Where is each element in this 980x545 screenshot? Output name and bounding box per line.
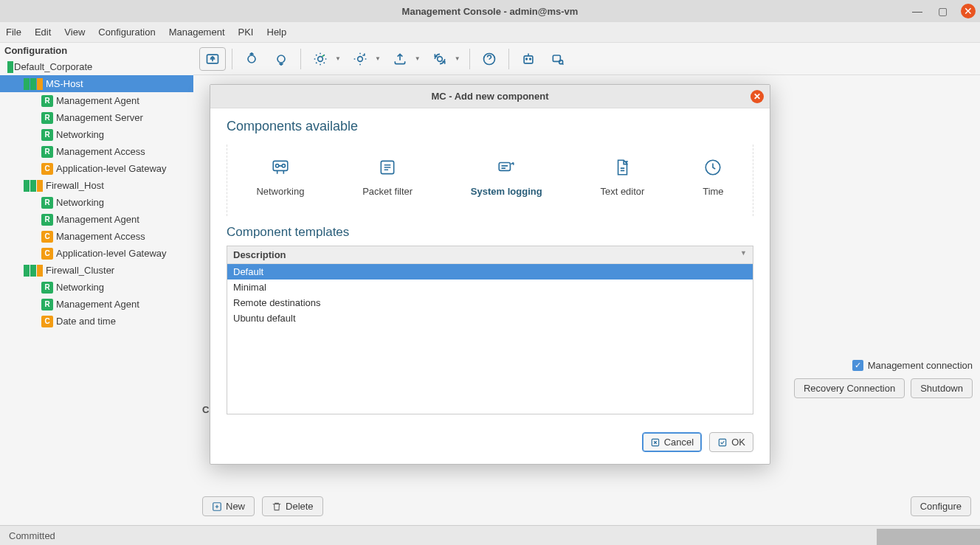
c-icon: C bbox=[41, 231, 53, 243]
component-label: Networking bbox=[256, 186, 304, 197]
host-ms-host[interactable]: MS-Host bbox=[0, 75, 193, 92]
template-remote[interactable]: Remote destinations bbox=[227, 295, 753, 310]
comp-date-time[interactable]: CDate and time bbox=[0, 313, 193, 330]
sidebar: Configuration Default_Corporate MS-Host … bbox=[0, 43, 193, 525]
comp-label: Management Access bbox=[56, 231, 145, 242]
separator bbox=[300, 49, 301, 69]
minimize-button[interactable]: — bbox=[911, 4, 924, 18]
packet-filter-icon bbox=[378, 158, 397, 177]
search-robot-button[interactable] bbox=[545, 47, 571, 71]
cancel-icon bbox=[650, 437, 660, 448]
dropdown-arrow-icon[interactable]: ▼ bbox=[375, 55, 381, 62]
management-connection-row[interactable]: ✓ Management connection bbox=[852, 360, 973, 371]
commit-button[interactable] bbox=[238, 47, 265, 71]
comp-app-gateway-fw[interactable]: CApplication-level Gateway bbox=[0, 245, 193, 262]
delete-button[interactable]: Delete bbox=[262, 496, 323, 516]
host-label: MS-Host bbox=[46, 78, 83, 89]
comp-networking-fw[interactable]: RNetworking bbox=[0, 194, 193, 211]
svg-rect-20 bbox=[720, 439, 726, 445]
dialog-close-button[interactable]: ✕ bbox=[750, 90, 764, 103]
r-icon: R bbox=[41, 282, 53, 294]
menu-configuration[interactable]: Configuration bbox=[98, 27, 155, 38]
templates-table: Description ▼ Default Minimal Remote des… bbox=[227, 246, 753, 414]
component-system-logging[interactable]: System logging bbox=[471, 158, 542, 197]
dropdown-arrow-icon[interactable]: ▼ bbox=[335, 55, 341, 62]
r-icon: R bbox=[41, 146, 53, 158]
comp-networking[interactable]: RNetworking bbox=[0, 126, 193, 143]
comp-management-agent[interactable]: RManagement Agent bbox=[0, 92, 193, 109]
close-button[interactable]: ✕ bbox=[961, 4, 976, 18]
comp-app-gateway[interactable]: CApplication-level Gateway bbox=[0, 160, 193, 177]
comp-management-agent-fw[interactable]: RManagement Agent bbox=[0, 211, 193, 228]
comp-label: Management Access bbox=[56, 146, 145, 157]
component-time[interactable]: Time bbox=[703, 158, 723, 197]
separator bbox=[469, 49, 470, 69]
management-connection-label: Management connection bbox=[868, 360, 973, 371]
right-side-controls: ✓ Management connection Recovery Connect… bbox=[794, 360, 973, 398]
template-ubuntu[interactable]: Ubuntu default bbox=[227, 310, 753, 326]
menu-edit[interactable]: Edit bbox=[35, 27, 51, 38]
host-firewall-host[interactable]: Firewall_Host bbox=[0, 177, 193, 194]
svg-point-1 bbox=[248, 55, 255, 63]
component-label: Text editor bbox=[600, 186, 644, 197]
comp-management-access[interactable]: RManagement Access bbox=[0, 143, 193, 160]
gear-refresh-button[interactable] bbox=[427, 47, 453, 71]
menu-management[interactable]: Management bbox=[169, 27, 225, 38]
site-row[interactable]: Default_Corporate bbox=[0, 58, 193, 75]
configure-button[interactable]: Configure bbox=[911, 496, 971, 516]
cancel-button[interactable]: Cancel bbox=[642, 432, 702, 452]
comp-networking-fc[interactable]: RNetworking bbox=[0, 279, 193, 296]
maximize-button[interactable]: ▢ bbox=[936, 4, 949, 18]
up-level-button[interactable] bbox=[199, 47, 226, 71]
dropdown-arrow-icon[interactable]: ▼ bbox=[415, 55, 421, 62]
revert-button[interactable] bbox=[268, 47, 294, 71]
new-button[interactable]: New bbox=[202, 496, 255, 516]
components-heading: Components available bbox=[227, 119, 753, 134]
template-default[interactable]: Default bbox=[227, 264, 753, 280]
menu-file[interactable]: File bbox=[6, 27, 21, 38]
gear-arrow-button[interactable] bbox=[347, 47, 373, 71]
menu-view[interactable]: View bbox=[64, 27, 85, 38]
commit-area[interactable] bbox=[877, 529, 980, 545]
comp-label: Management Agent bbox=[56, 299, 139, 310]
c-icon: C bbox=[41, 316, 53, 327]
dropdown-arrow-icon[interactable]: ▼ bbox=[455, 55, 460, 62]
window-buttons: — ▢ ✕ bbox=[911, 4, 976, 18]
svg-rect-17 bbox=[500, 163, 511, 171]
upload-button[interactable] bbox=[387, 47, 413, 71]
recovery-connection-button[interactable]: Recovery Connection bbox=[794, 378, 905, 398]
menu-help[interactable]: Help bbox=[267, 27, 287, 38]
checkbox-checked-icon[interactable]: ✓ bbox=[852, 360, 863, 371]
shutdown-button[interactable]: Shutdown bbox=[911, 378, 973, 398]
robot-button[interactable] bbox=[515, 47, 542, 71]
comp-management-access-fw[interactable]: CManagement Access bbox=[0, 228, 193, 245]
status-badge bbox=[37, 78, 43, 90]
component-label: Packet filter bbox=[362, 186, 413, 197]
template-minimal[interactable]: Minimal bbox=[227, 280, 753, 295]
svg-point-8 bbox=[525, 58, 527, 60]
ok-icon bbox=[717, 437, 728, 448]
component-packet-filter[interactable]: Packet filter bbox=[362, 158, 413, 197]
comp-label: Application-level Gateway bbox=[56, 248, 167, 259]
comp-label: Management Server bbox=[56, 112, 143, 123]
templates-header[interactable]: Description ▼ bbox=[227, 246, 753, 264]
host-firewall-cluster[interactable]: Firewall_Cluster bbox=[0, 262, 193, 279]
r-icon: R bbox=[41, 129, 53, 141]
separator bbox=[508, 49, 509, 69]
menu-pki[interactable]: PKI bbox=[238, 27, 254, 38]
comp-management-server[interactable]: RManagement Server bbox=[0, 109, 193, 126]
comp-label: Management Agent bbox=[56, 214, 139, 225]
comp-management-agent-fc[interactable]: RManagement Agent bbox=[0, 296, 193, 313]
host-label: Firewall_Host bbox=[46, 180, 104, 191]
component-networking[interactable]: Networking bbox=[256, 158, 304, 197]
ok-button[interactable]: OK bbox=[709, 432, 753, 452]
component-text-editor[interactable]: Text editor bbox=[600, 158, 644, 197]
comp-label: Date and time bbox=[56, 316, 116, 327]
comp-label: Networking bbox=[56, 282, 104, 293]
help-button[interactable] bbox=[476, 47, 503, 71]
r-icon: R bbox=[41, 197, 53, 209]
status-badge bbox=[37, 265, 43, 277]
comp-label: Networking bbox=[56, 129, 104, 140]
text-editor-icon bbox=[612, 158, 632, 177]
gear-check-button[interactable] bbox=[307, 47, 334, 71]
